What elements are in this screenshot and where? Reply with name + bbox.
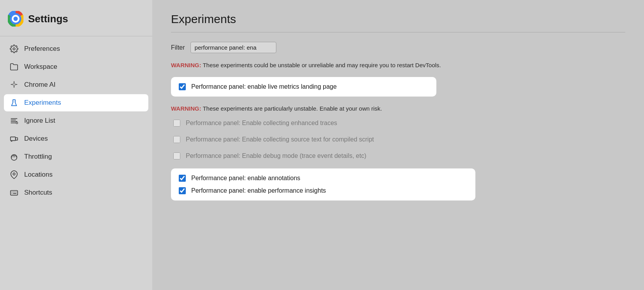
filter-label: Filter	[171, 44, 185, 51]
checkbox-live-metrics-input[interactable]	[179, 83, 186, 90]
sidebar-item-chrome-ai[interactable]: Chrome AI	[4, 76, 148, 93]
svg-rect-15	[11, 137, 16, 140]
ignore-list-icon	[9, 116, 19, 125]
filter-row: Filter	[171, 42, 625, 53]
warning-2: WARNING: These experiments are particula…	[171, 104, 625, 161]
flask-icon	[9, 98, 19, 107]
sidebar-item-devices[interactable]: Devices	[4, 130, 148, 147]
svg-point-4	[14, 17, 18, 21]
sidebar-item-label: Devices	[24, 135, 48, 143]
sidebar-item-preferences[interactable]: Preferences	[4, 40, 148, 57]
sidebar-item-ignore-list[interactable]: Ignore List	[4, 112, 148, 129]
warning-1-label: WARNING:	[171, 62, 201, 68]
unstable-item-2: Performance panel: Enable debug mode (tr…	[173, 151, 625, 161]
svg-point-20	[13, 173, 15, 175]
svg-rect-16	[16, 138, 18, 140]
checkbox-performance-insights: Performance panel: enable performance in…	[179, 187, 468, 194]
checkbox-debug-mode[interactable]	[173, 152, 180, 159]
warning-1-text: These experiments could be unstable or u…	[201, 62, 441, 68]
main-divider	[171, 32, 625, 32]
annotations-card: Performance panel: enable annotations Pe…	[171, 168, 475, 200]
sidebar-item-shortcuts[interactable]: Shortcuts	[4, 184, 148, 201]
page-title: Experiments	[171, 13, 625, 26]
sidebar-item-label: Locations	[24, 171, 53, 179]
warning-2-label: WARNING:	[171, 105, 201, 112]
chrome-logo-icon	[8, 11, 23, 27]
app-title: Settings	[28, 13, 68, 25]
checkbox-enhanced-traces[interactable]	[173, 120, 180, 127]
svg-point-5	[13, 48, 15, 50]
checkbox-live-metrics: Performance panel: enable live metrics l…	[179, 83, 429, 90]
sidebar: Settings Preferences Workspace	[0, 0, 152, 290]
sidebar-item-label: Experiments	[24, 99, 61, 107]
sidebar-divider	[0, 36, 152, 36]
checkbox-annotations-input[interactable]	[179, 175, 186, 182]
unstable-item-label-0[interactable]: Performance panel: Enable collecting enh…	[186, 118, 337, 128]
folder-icon	[9, 62, 19, 72]
checkbox-annotations: Performance panel: enable annotations	[179, 175, 468, 182]
sidebar-item-label: Ignore List	[24, 117, 55, 125]
sidebar-nav: Preferences Workspace Chrome AI	[0, 39, 152, 203]
checkbox-live-metrics-label[interactable]: Performance panel: enable live metrics l…	[191, 83, 337, 90]
gear-icon	[9, 44, 19, 54]
sidebar-item-label: Shortcuts	[24, 189, 52, 197]
filter-input[interactable]	[190, 42, 276, 53]
sidebar-item-label: Workspace	[24, 63, 57, 71]
sidebar-item-experiments[interactable]: Experiments	[4, 94, 148, 111]
unstable-item-0: Performance panel: Enable collecting enh…	[173, 118, 625, 128]
unstable-item-1: Performance panel: Enable collecting sou…	[173, 135, 625, 144]
unstable-item-label-1[interactable]: Performance panel: Enable collecting sou…	[186, 135, 374, 144]
sidebar-header: Settings	[0, 0, 152, 36]
svg-rect-21	[11, 191, 18, 195]
keyboard-icon	[9, 188, 19, 197]
location-icon	[9, 170, 19, 179]
sidebar-item-label: Preferences	[24, 45, 60, 53]
warning-2-text: These experiments are particularly unsta…	[201, 105, 382, 112]
unstable-items: Performance panel: Enable collecting enh…	[171, 118, 625, 161]
sidebar-item-throttling[interactable]: Throttling	[4, 148, 148, 165]
throttle-icon	[9, 152, 19, 161]
unstable-item-label-2[interactable]: Performance panel: Enable debug mode (tr…	[186, 151, 366, 161]
checkbox-insights-input[interactable]	[179, 187, 186, 194]
main-content: Experiments Filter WARNING: These experi…	[152, 0, 644, 290]
sidebar-item-label: Chrome AI	[24, 81, 55, 89]
sidebar-item-locations[interactable]: Locations	[4, 166, 148, 183]
stable-checkbox-card: Performance panel: enable live metrics l…	[171, 77, 436, 97]
warning-1: WARNING: These experiments could be unst…	[171, 61, 625, 70]
checkbox-annotations-label[interactable]: Performance panel: enable annotations	[191, 175, 300, 182]
sidebar-item-label: Throttling	[24, 153, 52, 161]
checkbox-source-text[interactable]	[173, 136, 180, 143]
checkbox-insights-label[interactable]: Performance panel: enable performance in…	[191, 187, 326, 194]
sparkle-icon	[9, 80, 19, 90]
devices-icon	[9, 134, 19, 143]
sidebar-item-workspace[interactable]: Workspace	[4, 58, 148, 75]
